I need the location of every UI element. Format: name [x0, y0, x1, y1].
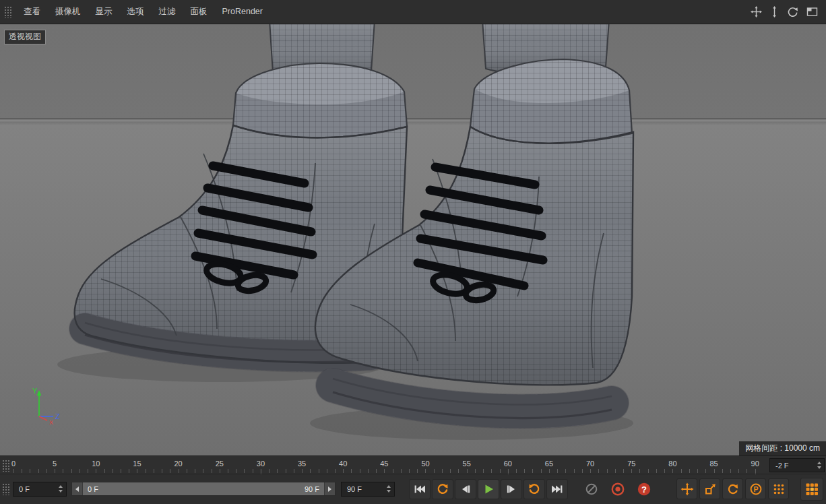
- viewport-3d: 透视视图 Y Z X 网格间距 : 10000 cm: [0, 24, 826, 455]
- play-forward-button[interactable]: [478, 479, 499, 499]
- svg-text:P: P: [753, 485, 758, 493]
- range-end-stepper[interactable]: [383, 485, 391, 493]
- animation-toolbar: 0 F 0 F 90 F 90 F: [0, 474, 826, 503]
- range-start-field[interactable]: 0 F: [13, 482, 67, 497]
- parameter-icon: P: [749, 482, 763, 496]
- record-position-button[interactable]: [676, 478, 697, 499]
- maximize-icon[interactable]: [806, 7, 818, 17]
- next-frame-icon: [505, 482, 518, 496]
- ruler-label: 80: [668, 460, 676, 468]
- record-parameter-button[interactable]: P: [745, 478, 766, 499]
- cinema4d-window: 查看 摄像机 显示 选项 过滤 面板 ProRender: [0, 0, 826, 504]
- goto-end-icon: [550, 482, 564, 496]
- ruler-label: 0: [11, 460, 15, 468]
- previous-frame-button[interactable]: [455, 479, 476, 499]
- range-handle-right[interactable]: [324, 482, 335, 495]
- ruler-label: 15: [133, 460, 141, 468]
- viewport-view-label[interactable]: 透视视图: [4, 30, 46, 44]
- ruler-label: 50: [421, 460, 429, 468]
- menu-options[interactable]: 选项: [120, 0, 152, 24]
- viewport-menubar: 查看 摄像机 显示 选项 过滤 面板 ProRender: [0, 0, 826, 24]
- previous-frame-icon: [459, 482, 472, 496]
- ruler-label: 35: [298, 460, 306, 468]
- ruler-label: 65: [545, 460, 553, 468]
- viewport-canvas[interactable]: [0, 24, 826, 455]
- menu-view[interactable]: 查看: [16, 0, 48, 24]
- range-start-value: 0 F: [19, 485, 30, 493]
- autokey-icon: [610, 482, 625, 497]
- rotation-icon: [726, 482, 740, 496]
- frame-stepper[interactable]: [814, 462, 821, 469]
- axis-gizmo: Y Z X: [28, 385, 70, 426]
- ruler-label: 60: [504, 460, 512, 468]
- rotate-icon[interactable]: [787, 6, 798, 18]
- current-frame-value: -2 F: [775, 462, 789, 470]
- goto-start-button[interactable]: [409, 479, 431, 499]
- range-slider-start-label: 0 F: [88, 485, 98, 493]
- pan-icon[interactable]: [751, 6, 762, 18]
- orange-grid-icon: [804, 482, 819, 497]
- range-end-field[interactable]: 90 F: [341, 482, 395, 497]
- ruler-label: 55: [463, 460, 471, 468]
- range-slider-end-label: 90 F: [305, 485, 319, 493]
- next-key-icon: [528, 482, 541, 496]
- menubar-grip[interactable]: [4, 6, 12, 18]
- help-icon: ?: [637, 482, 652, 497]
- current-frame-field[interactable]: -2 F: [769, 458, 825, 472]
- position-icon: [680, 482, 694, 496]
- keyframe-grid-button[interactable]: [800, 478, 823, 501]
- next-frame-button[interactable]: [501, 479, 522, 499]
- ruler-label: 85: [709, 460, 718, 468]
- autokey-button[interactable]: [606, 479, 629, 499]
- help-button[interactable]: ?: [633, 479, 656, 499]
- range-end-value: 90 F: [347, 485, 362, 493]
- toolbar-grip[interactable]: [2, 483, 10, 495]
- svg-text:?: ?: [641, 484, 647, 494]
- play-icon: [482, 482, 495, 496]
- menu-camera[interactable]: 摄像机: [48, 0, 88, 24]
- ruler-label: 20: [174, 460, 182, 468]
- menu-prorender[interactable]: ProRender: [215, 0, 270, 24]
- record-off-button[interactable]: [580, 479, 603, 499]
- record-rotation-button[interactable]: [722, 478, 743, 499]
- menu-filter[interactable]: 过滤: [152, 0, 183, 24]
- ruler-label: 75: [627, 460, 635, 468]
- keyframe-toggles: P: [676, 478, 823, 501]
- menu-panel[interactable]: 面板: [183, 0, 215, 24]
- range-handle-left[interactable]: [72, 482, 83, 495]
- axis-z-label: Z: [55, 412, 60, 420]
- ruler-label: 90: [751, 460, 759, 468]
- horizon-line: [0, 118, 826, 122]
- ruler-label: 30: [257, 460, 265, 468]
- ruler-ticks: [13, 469, 763, 473]
- goto-start-icon: [413, 482, 426, 496]
- axis-y-label: Y: [32, 387, 38, 395]
- goto-end-button[interactable]: [546, 479, 568, 499]
- scale-icon: [703, 482, 717, 496]
- zoom-icon[interactable]: [770, 6, 779, 18]
- axis-x-label: X: [49, 419, 53, 426]
- record-controls: ?: [580, 479, 656, 499]
- ruler-label: 40: [339, 460, 347, 468]
- pla-dots-icon: [772, 482, 786, 496]
- record-off-icon: [584, 482, 599, 497]
- range-start-stepper[interactable]: [55, 485, 63, 493]
- ruler-label: 45: [380, 460, 388, 468]
- timeline-ruler[interactable]: 051015202530354045505560657075808590 -2 …: [0, 455, 826, 474]
- preview-range-slider[interactable]: 0 F 90 F: [71, 482, 336, 496]
- previous-key-icon: [436, 482, 449, 496]
- menu-display[interactable]: 显示: [88, 0, 120, 24]
- ruler-label: 5: [53, 460, 57, 468]
- ruler-label: 25: [216, 460, 224, 468]
- transport-controls: [409, 479, 568, 499]
- record-pla-button[interactable]: [768, 478, 789, 499]
- ruler-grip[interactable]: [2, 460, 10, 472]
- previous-key-button[interactable]: [432, 479, 453, 499]
- ruler-label: 70: [586, 460, 594, 468]
- ruler-label: 10: [92, 460, 100, 468]
- grid-spacing-label: 网格间距 : 10000 cm: [739, 441, 826, 455]
- record-scale-button[interactable]: [699, 478, 720, 499]
- next-key-button[interactable]: [523, 479, 545, 499]
